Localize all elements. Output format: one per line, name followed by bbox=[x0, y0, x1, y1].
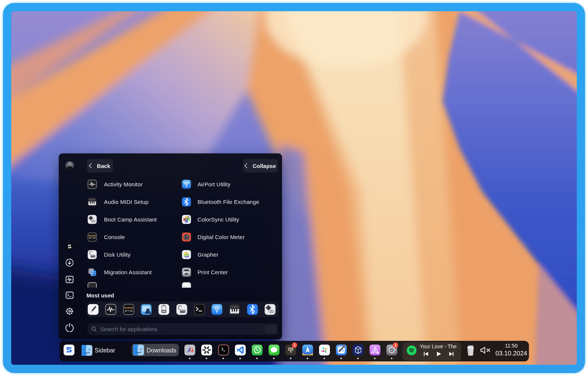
svg-text:KF 7:36: KF 7:36 bbox=[125, 310, 132, 312]
svg-text:KF 7:36: KF 7:36 bbox=[89, 237, 96, 239]
svg-text:WARNIN: WARNIN bbox=[124, 307, 133, 309]
svg-text:WARNIN: WARNIN bbox=[89, 235, 96, 236]
